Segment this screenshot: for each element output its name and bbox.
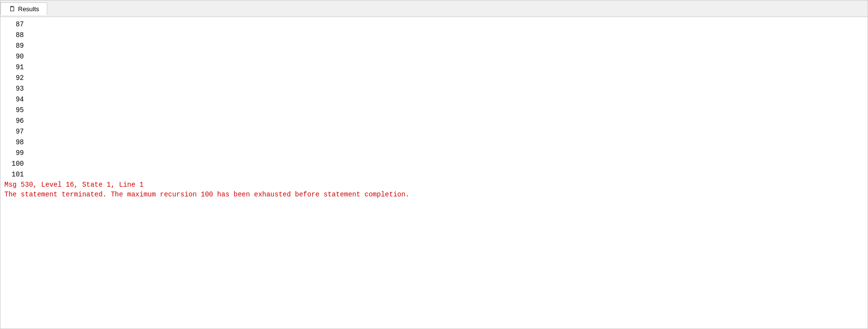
line-number: 96 [4, 117, 34, 125]
line-number: 91 [4, 63, 34, 71]
line-number: 94 [4, 96, 34, 103]
results-panel: 🗒 Results 87 88 89 90 91 92 93 94 95 [0, 0, 868, 329]
error-line-2: The statement terminated. The maximum re… [0, 190, 868, 199]
line-number: 99 [4, 149, 34, 157]
results-tab-bar: 🗒 Results [0, 0, 868, 17]
table-row: 96 [0, 116, 868, 126]
line-number: 98 [4, 138, 34, 146]
line-number: 88 [4, 31, 34, 39]
results-content[interactable]: 87 88 89 90 91 92 93 94 95 96 97 [0, 17, 868, 329]
line-number: 95 [4, 106, 34, 114]
table-row: 92 [0, 73, 868, 83]
table-row: 98 [0, 137, 868, 148]
results-tab[interactable]: 🗒 Results [0, 2, 47, 15]
table-row: 88 [0, 30, 868, 40]
table-row: 99 [0, 148, 868, 158]
results-tab-label: Results [18, 5, 39, 13]
line-number: 97 [4, 128, 34, 135]
table-row: 95 [0, 105, 868, 116]
line-number: 92 [4, 74, 34, 82]
line-number: 101 [4, 171, 34, 178]
table-row: 101 [0, 169, 868, 180]
table-row: 94 [0, 94, 868, 105]
table-row: 89 [0, 40, 868, 51]
results-tab-icon: 🗒 [9, 5, 16, 13]
table-row: 100 [0, 158, 868, 169]
error-line-1: Msg 530, Level 16, State 1, Line 1 [0, 180, 868, 190]
table-row: 91 [0, 62, 868, 73]
line-number: 87 [4, 20, 34, 28]
line-number: 93 [4, 85, 34, 93]
line-number: 89 [4, 42, 34, 50]
table-row: 90 [0, 51, 868, 62]
table-row: 87 [0, 19, 868, 30]
line-number: 90 [4, 53, 34, 60]
line-number: 100 [4, 160, 34, 168]
table-row: 97 [0, 126, 868, 137]
table-row: 93 [0, 83, 868, 94]
